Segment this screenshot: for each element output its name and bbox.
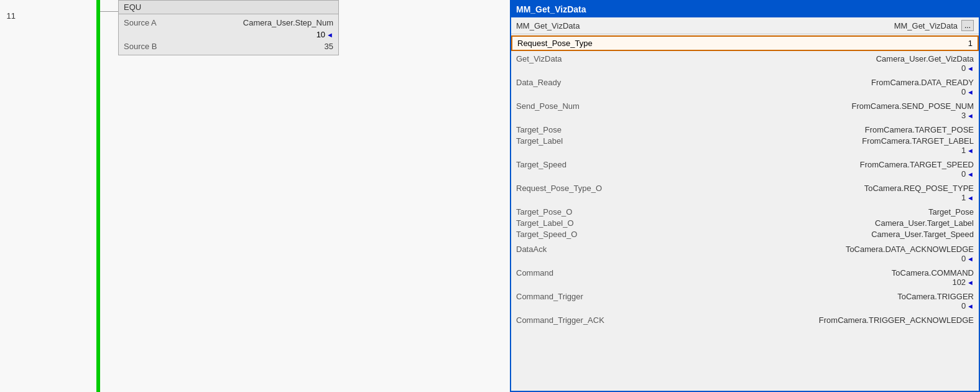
row-num: 1 — [961, 146, 966, 155]
row-value-block: ToCamera.DATA_ACKNOWLEDGE0◄ — [846, 245, 974, 263]
row-label: Get_VizData — [516, 54, 876, 63]
source-b-num: 35 — [325, 42, 333, 51]
row-label: Target_Label — [516, 136, 862, 146]
row-value-block: FromCamera.TARGET_SPEED0◄ — [860, 160, 974, 179]
equ-title: EQU — [124, 2, 141, 12]
table-row: Data_ReadyFromCamera.DATA_READY0◄ — [511, 77, 979, 97]
table-row: Target_Pose_OTarget_Pose — [511, 207, 979, 218]
table-row: Get_VizDataCamera_User.Get_VizData0◄ — [511, 54, 979, 73]
row-num: 0 — [961, 63, 966, 73]
row-label: Target_Speed_O — [516, 230, 871, 239]
row-arrow: ◄ — [967, 112, 974, 119]
table-row: DataAckToCamera.DATA_ACKNOWLEDGE0◄ — [511, 244, 979, 264]
highlight-row: Request_Pose_Type 1 — [511, 35, 979, 51]
table-row: Command_TriggerToCamera.TRIGGER0◄ — [511, 291, 979, 311]
row-value: FromCamera.DATA_READY — [871, 78, 974, 87]
table-row: Command_Trigger_ACKFromCamera.TRIGGER_AC… — [511, 315, 979, 326]
horizontal-line — [100, 11, 119, 12]
row-value: Camera_User.Target_Speed — [871, 230, 974, 239]
row-value-block: FromCamera.DATA_READY0◄ — [871, 78, 974, 96]
subheader-right: MM_Get_VizData ... — [894, 20, 974, 31]
row-label: Data_Ready — [516, 78, 871, 87]
table-row: Request_Pose_Type_OToCamera.REQ_POSE_TYP… — [511, 183, 979, 203]
line-number: 11 — [0, 11, 19, 21]
green-bar — [96, 0, 100, 392]
highlight-label: Request_Pose_Type — [517, 39, 593, 48]
source-b-row: Source B 35 — [124, 40, 333, 52]
source-a-row: Source A Camera_User.Step_Num — [124, 17, 333, 29]
row-label: DataAck — [516, 245, 846, 254]
table-row: Target_Speed_OCamera_User.Target_Speed — [511, 229, 979, 240]
source-a-arrow: ◄ — [326, 31, 333, 39]
row-value-block: FromCamera.TARGET_POSE — [865, 125, 974, 134]
row-value: Camera_User.Target_Label — [875, 218, 974, 228]
row-value: FromCamera.TARGET_LABEL — [862, 136, 974, 146]
row-label: Command_Trigger_ACK — [516, 315, 819, 325]
row-label: Send_Pose_Num — [516, 101, 852, 111]
row-value: FromCamera.TRIGGER_ACKNOWLEDGE — [819, 315, 974, 325]
row-value-block: FromCamera.SEND_POSE_NUM3◄ — [852, 101, 974, 120]
row-arrow: ◄ — [967, 194, 974, 202]
row-arrow: ◄ — [967, 279, 974, 286]
row-num-line: 0◄ — [871, 87, 974, 96]
row-value: FromCamera.TARGET_POSE — [865, 125, 974, 134]
equ-header: EQU — [119, 1, 338, 14]
row-label: Request_Pose_Type_O — [516, 184, 864, 193]
row-num: 1 — [961, 193, 966, 202]
row-num-line: 0◄ — [860, 169, 974, 179]
row-label: Target_Label_O — [516, 218, 875, 228]
row-label: Target_Speed — [516, 160, 860, 169]
row-label: Command — [516, 268, 892, 278]
row-num: 3 — [961, 111, 966, 120]
row-num-line: 1◄ — [862, 146, 974, 155]
row-num-line: 0◄ — [846, 254, 974, 263]
row-label: Command_Trigger — [516, 292, 897, 301]
row-value: ToCamera.COMMAND — [892, 268, 974, 278]
equ-block: EQU Source A Camera_User.Step_Num 10 ◄ S… — [118, 0, 339, 55]
table-row: Target_LabelFromCamera.TARGET_LABEL1◄ — [511, 136, 979, 156]
row-num: 0 — [961, 254, 966, 263]
row-num: 102 — [952, 278, 966, 287]
right-panel: MM_Get_VizData MM_Get_VizData MM_Get_Viz… — [510, 0, 980, 392]
row-value-block: Camera_User.Get_VizData0◄ — [876, 54, 974, 73]
row-num-line: 102◄ — [892, 278, 974, 287]
row-value: FromCamera.TARGET_SPEED — [860, 160, 974, 169]
right-header: MM_Get_VizData — [511, 1, 979, 17]
row-value-block: FromCamera.TARGET_LABEL1◄ — [862, 136, 974, 155]
row-num-line: 3◄ — [852, 111, 974, 120]
browse-button[interactable]: ... — [961, 20, 974, 31]
row-value-block: FromCamera.TRIGGER_ACKNOWLEDGE — [819, 315, 974, 325]
source-a-num: 10 — [317, 30, 325, 39]
row-num: 0 — [961, 87, 966, 96]
row-num-line: 1◄ — [864, 193, 974, 202]
data-rows: Get_VizDataCamera_User.Get_VizData0◄Data… — [511, 52, 979, 327]
subheader-value: MM_Get_VizData — [894, 21, 958, 30]
row-arrow: ◄ — [967, 147, 974, 154]
row-num-line: 0◄ — [876, 63, 974, 73]
table-row: Send_Pose_NumFromCamera.SEND_POSE_NUM3◄ — [511, 101, 979, 121]
row-value: FromCamera.SEND_POSE_NUM — [852, 101, 974, 111]
row-value: Camera_User.Get_VizData — [876, 54, 974, 63]
row-value-block: ToCamera.TRIGGER0◄ — [897, 292, 974, 310]
row-num: 0 — [961, 301, 966, 310]
source-a-label: Source A — [124, 18, 173, 27]
row-value-block: Target_Pose — [928, 207, 974, 217]
source-a-value: Camera_User.Step_Num — [243, 18, 333, 27]
equ-body: Source A Camera_User.Step_Num 10 ◄ Sourc… — [119, 14, 338, 55]
table-row: CommandToCamera.COMMAND102◄ — [511, 268, 979, 287]
table-row: Target_Label_OCamera_User.Target_Label — [511, 218, 979, 229]
row-arrow: ◄ — [967, 302, 974, 310]
row-value-block: Camera_User.Target_Speed — [871, 230, 974, 239]
right-header-title: MM_Get_VizData — [516, 4, 586, 14]
source-b-label: Source B — [124, 42, 173, 51]
row-num-line: 0◄ — [897, 301, 974, 310]
row-value: Target_Pose — [928, 207, 974, 217]
row-arrow: ◄ — [967, 88, 974, 96]
row-num: 0 — [961, 169, 966, 179]
row-value: ToCamera.REQ_POSE_TYPE — [864, 184, 974, 193]
highlight-value: 1 — [968, 39, 973, 48]
row-label: Target_Pose — [516, 125, 865, 134]
row-value-block: Camera_User.Target_Label — [875, 218, 974, 228]
row-arrow: ◄ — [967, 255, 974, 263]
right-subheader: MM_Get_VizData MM_Get_VizData ... — [511, 17, 979, 34]
